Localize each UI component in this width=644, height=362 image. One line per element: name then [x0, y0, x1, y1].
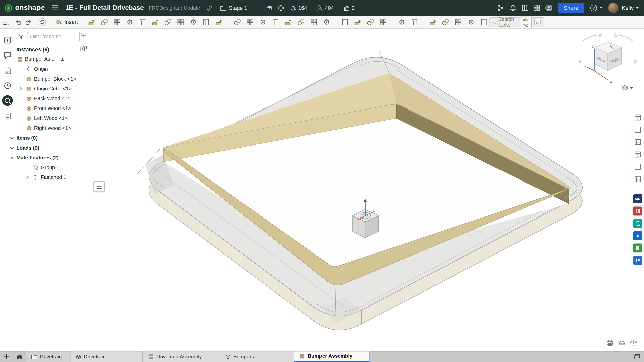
rack-pinion-relation-icon[interactable]: [296, 17, 306, 27]
user-name[interactable]: Kelly: [622, 5, 634, 11]
filter-input[interactable]: [27, 32, 80, 41]
tab-bumper-assembly[interactable]: Bumper Assembly: [294, 351, 370, 362]
animate-icon[interactable]: [466, 17, 476, 27]
document-title[interactable]: 1E - Full Detail Drivebase: [65, 4, 144, 11]
avatar[interactable]: [608, 3, 618, 13]
copies-icon[interactable]: [290, 5, 296, 11]
graphics-area[interactable]: Top Front Right Z X MK: [92, 29, 644, 351]
list-options-icon[interactable]: [80, 33, 86, 39]
folder-tab[interactable]: Drivetrain: [26, 351, 70, 362]
gear-relation-icon[interactable]: [283, 17, 293, 27]
reference-table-icon[interactable]: [522, 5, 529, 11]
named-positions-icon[interactable]: [352, 17, 363, 27]
chevron-down-icon[interactable]: [9, 135, 14, 141]
sync-app-icon[interactable]: [633, 219, 642, 228]
new-tab-button[interactable]: [0, 351, 13, 362]
group-icon[interactable]: [213, 17, 224, 27]
tangent-mate-icon[interactable]: [201, 17, 211, 27]
config-panel-icon[interactable]: [633, 174, 642, 184]
feature-list-toggle-icon[interactable]: [3, 17, 10, 27]
notifications-icon[interactable]: [510, 4, 516, 11]
instances-header[interactable]: Instances (6): [15, 44, 92, 54]
parallel-mate-icon[interactable]: [188, 17, 198, 27]
view-cube-body[interactable]: Top Front Right: [594, 42, 622, 70]
display-panel-icon[interactable]: [633, 138, 642, 147]
app-store-icon[interactable]: [533, 5, 540, 11]
view-mode-icon[interactable]: [618, 339, 625, 346]
fastened-mate-icon[interactable]: [99, 17, 109, 27]
undo-icon[interactable]: [15, 17, 22, 27]
revolute-mate-icon[interactable]: [112, 17, 122, 27]
view-options-button[interactable]: [621, 85, 633, 91]
grid-app-icon[interactable]: [633, 207, 642, 216]
chevron-down-icon[interactable]: [9, 155, 14, 160]
versions-icon[interactable]: [497, 4, 504, 11]
share-button[interactable]: Share: [558, 3, 584, 13]
panel-flyout-button[interactable]: [93, 181, 105, 192]
workspace-name[interactable]: Stage 1: [229, 5, 247, 11]
circular-pattern-icon[interactable]: [257, 17, 268, 27]
redo-icon[interactable]: [25, 17, 32, 27]
filter-icon[interactable]: [18, 33, 24, 39]
ball-mate-icon[interactable]: [175, 17, 186, 27]
isolate-icon[interactable]: [453, 17, 463, 27]
search-tools-box[interactable]: Search tools... alt/⌥ c: [489, 17, 544, 27]
snapshot-icon[interactable]: [427, 17, 438, 27]
add-instance-icon[interactable]: [2, 34, 13, 45]
tab-drivetrain[interactable]: Drivetrain: [71, 351, 143, 362]
tree-row[interactable]: Group 1: [0, 163, 92, 172]
printer-icon[interactable]: [606, 339, 614, 346]
scale-icon[interactable]: [630, 339, 637, 346]
mkcad-app-icon[interactable]: MK: [633, 194, 642, 203]
measure-icon[interactable]: [478, 17, 489, 27]
tree-row[interactable]: Front Wood <1>: [0, 103, 92, 113]
help-icon[interactable]: ?: [590, 4, 597, 12]
tree-row[interactable]: Right Wood <1>: [0, 123, 92, 133]
view-cube[interactable]: Top Front Right Z X: [577, 31, 639, 93]
link-icon[interactable]: [207, 5, 213, 11]
chevron-right-icon[interactable]: [18, 86, 23, 91]
globe-icon[interactable]: [278, 5, 284, 11]
tree-row[interactable]: Bumper Block <1>: [0, 74, 92, 84]
linear-pattern-icon[interactable]: [245, 17, 255, 27]
exploded-views-icon[interactable]: [378, 17, 388, 27]
display-states-icon[interactable]: [365, 17, 376, 27]
menu-icon[interactable]: [51, 5, 59, 11]
section-view-icon[interactable]: [440, 17, 451, 27]
user-caret-icon[interactable]: [636, 7, 639, 9]
configurations-icon[interactable]: [339, 17, 350, 27]
presence-icon[interactable]: [545, 4, 552, 11]
screw-relation-icon[interactable]: [308, 17, 319, 27]
sheet-panel-icon[interactable]: [633, 150, 642, 159]
tree-row[interactable]: Bumper As...: [0, 54, 92, 64]
tree-section-row[interactable]: Items (0): [0, 133, 92, 143]
simulation-app-icon[interactable]: [633, 231, 642, 240]
belt-relation-icon[interactable]: [321, 17, 332, 27]
insert-instance-icon[interactable]: [80, 46, 87, 52]
tree-row[interactable]: Fastened 1: [0, 172, 92, 182]
tab-drivetrain-assembly[interactable]: Drivetrain Assembly: [143, 351, 220, 362]
planar-mate-icon[interactable]: [137, 17, 148, 27]
pin-slot-mate-icon[interactable]: [162, 17, 173, 27]
chevron-right-icon[interactable]: [25, 175, 30, 180]
home-button[interactable]: [13, 351, 26, 362]
education-icon[interactable]: [266, 5, 273, 11]
mirror-icon[interactable]: [270, 17, 281, 27]
structure-icon[interactable]: [409, 17, 419, 27]
tree-row[interactable]: Origin Cube <1>: [0, 84, 92, 94]
tab-bumpers[interactable]: Bumpers: [220, 351, 294, 362]
cylindrical-mate-icon[interactable]: [150, 17, 160, 27]
mate-connector-icon[interactable]: [86, 17, 97, 27]
tree-row[interactable]: Back Wood <1>: [0, 94, 92, 103]
update-references-icon[interactable]: [38, 17, 46, 27]
tree-row[interactable]: Left Wood <1>: [0, 113, 92, 123]
help-caret-icon[interactable]: [599, 7, 603, 9]
likes-icon[interactable]: [344, 5, 350, 11]
insert-button[interactable]: Insert: [53, 17, 80, 27]
assembly-model[interactable]: [92, 29, 644, 351]
drawing-app-icon[interactable]: [633, 256, 642, 265]
parts-panel-icon[interactable]: [633, 125, 642, 134]
onshape-logo-icon[interactable]: [4, 4, 13, 12]
section-panel-icon[interactable]: [633, 162, 642, 171]
tree-row[interactable]: Origin: [0, 64, 92, 74]
